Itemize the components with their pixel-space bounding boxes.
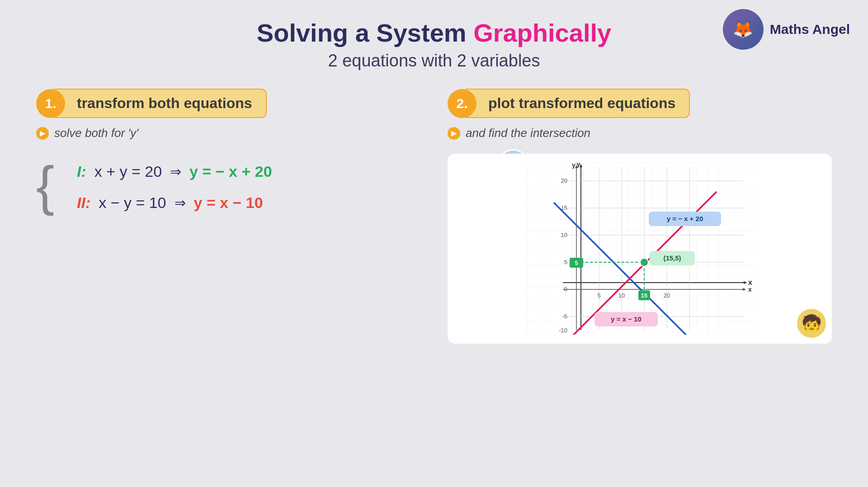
- eq2-arrow: ⇒: [175, 195, 186, 211]
- graph-svg: x y: [457, 163, 823, 335]
- title-normal: Solving a System: [257, 19, 473, 47]
- equations-box: { I: x + y = 20 ⇒ y = − x + 20 II: x − y…: [36, 154, 420, 234]
- svg-point-39: [640, 258, 648, 266]
- svg-text:x: x: [748, 279, 752, 286]
- eq2-result: y = x − 10: [194, 194, 263, 212]
- step2-hint-text: and find the intersection: [466, 126, 590, 140]
- eq1-result: y = − x + 20: [189, 163, 272, 180]
- eq1-label: I:: [77, 163, 86, 180]
- step2-header: 2. plot transformed equations: [448, 89, 832, 118]
- logo-text: Maths Angel: [770, 22, 850, 37]
- step1-header: 1. transform both equations: [36, 89, 420, 118]
- eq1-original: x + y = 20: [94, 163, 162, 180]
- hint-arrow-2-icon: ▶: [448, 127, 460, 140]
- equation-2-row: II: x − y = 10 ⇒ y = x − 10: [50, 194, 407, 212]
- brace-symbol: {: [36, 158, 54, 213]
- svg-text:y = − x + 20: y = − x + 20: [667, 215, 703, 222]
- logo-area: 🦊 Maths Angel: [723, 9, 850, 50]
- eq2-original: x − y = 10: [99, 194, 166, 212]
- step1-label: transform both equations: [54, 89, 267, 118]
- svg-text:15: 15: [641, 292, 647, 299]
- svg-text:10: 10: [561, 232, 567, 238]
- avatar-bottom-right: 🧒: [796, 307, 827, 339]
- eq2-label: II:: [77, 194, 90, 212]
- svg-text:5: 5: [564, 259, 567, 265]
- step2-circle: 2.: [448, 89, 476, 118]
- svg-text:20: 20: [664, 292, 670, 299]
- svg-text:0: 0: [564, 286, 567, 293]
- eq1-arrow: ⇒: [170, 164, 181, 180]
- svg-text:y = x − 10: y = x − 10: [611, 315, 642, 323]
- graph-container: x y: [448, 154, 832, 344]
- step1-hint-text: solve both for 'y': [54, 126, 138, 140]
- svg-text:-10: -10: [559, 327, 567, 334]
- graph-wrapper: 👧: [448, 154, 832, 344]
- title-highlight: Graphically: [473, 19, 611, 47]
- svg-text:(15,5): (15,5): [663, 254, 681, 262]
- svg-text:5: 5: [575, 260, 578, 266]
- svg-text:y: y: [572, 163, 576, 169]
- main-content: 1. transform both equations ▶ solve both…: [0, 89, 868, 344]
- step2-label: plot transformed equations: [466, 89, 690, 118]
- page-subtitle: 2 equations with 2 variables: [0, 51, 868, 71]
- svg-rect-0: [527, 163, 753, 335]
- step2-hint: ▶ and find the intersection: [448, 126, 832, 140]
- svg-text:x: x: [748, 286, 752, 293]
- equation-1-row: I: x + y = 20 ⇒ y = − x + 20: [50, 163, 407, 180]
- step1-circle: 1.: [36, 89, 65, 118]
- left-panel: 1. transform both equations ▶ solve both…: [36, 89, 420, 344]
- step2-number: 2.: [456, 96, 467, 111]
- step1-hint: ▶ solve both for 'y': [36, 126, 420, 140]
- svg-text:5: 5: [597, 292, 600, 299]
- hint-arrow-icon: ▶: [36, 127, 49, 140]
- svg-text:20: 20: [561, 177, 567, 184]
- right-panel: 2. plot transformed equations ▶ and find…: [448, 89, 832, 344]
- logo-avatar: 🦊: [723, 9, 764, 50]
- step1-number: 1.: [45, 96, 56, 111]
- svg-text:10: 10: [618, 292, 625, 299]
- svg-text:-5: -5: [562, 313, 567, 320]
